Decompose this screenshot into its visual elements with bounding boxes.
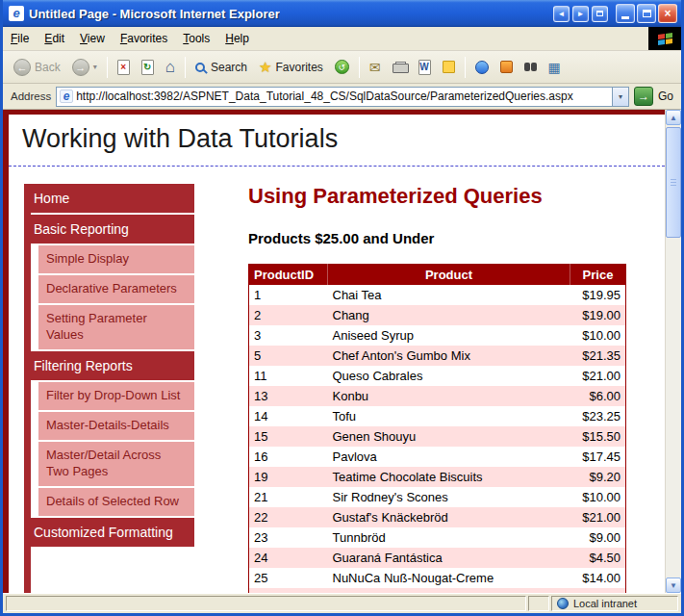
scroll-down-button[interactable]: ▼ <box>666 578 681 593</box>
scrollbar-track[interactable] <box>666 125 681 578</box>
title-extra-button[interactable] <box>592 6 608 22</box>
scroll-up-button[interactable]: ▲ <box>666 110 681 125</box>
menu-item-declarative-parameters[interactable]: Declarative Parameters <box>38 275 194 303</box>
menu-item-details-of-selected-row[interactable]: Details of Selected Row <box>38 488 194 516</box>
table-row: 22Gustaf's Knäckebröd$21.00 <box>249 507 626 527</box>
menu-item-basic-reporting[interactable]: Basic Reporting <box>24 215 194 244</box>
cell-product: Sir Rodney's Scones <box>328 487 570 507</box>
menu-favorites[interactable]: Favorites <box>113 27 175 50</box>
menu-item-customized-formatting[interactable]: Customized Formatting <box>24 518 194 547</box>
toolbar-separator <box>107 57 108 78</box>
security-zone-label: Local intranet <box>573 598 637 609</box>
messenger-icon <box>475 61 489 74</box>
main-content: Using Parameterized Queries Products $25… <box>248 184 665 593</box>
minimize-button[interactable] <box>616 4 635 23</box>
address-dropdown-button[interactable]: ▾ <box>612 88 628 106</box>
maximize-button[interactable] <box>637 4 656 23</box>
chevron-left-icon: ◄ <box>558 10 566 18</box>
cell-price: $15.50 <box>570 426 626 447</box>
search-button[interactable]: Search <box>190 58 252 77</box>
discuss-icon <box>443 61 455 73</box>
windows-flag-icon <box>658 32 672 44</box>
menu-item-master-detail-across-two-pages[interactable]: Master/Detail Across Two Pages <box>38 442 194 486</box>
edit-with-word-button[interactable]: W <box>414 57 436 78</box>
page-body: HomeBasic ReportingSimple DisplayDeclara… <box>9 167 665 593</box>
grid-header-product: Product <box>328 265 570 286</box>
favorites-button[interactable]: ★ Favorites <box>254 57 328 77</box>
messenger-button[interactable] <box>470 58 494 77</box>
go-arrow-icon: → <box>638 90 649 103</box>
table-row: 13Konbu$6.00 <box>249 386 626 406</box>
section-subtitle: Products $25.00 and Under <box>248 230 665 246</box>
menu-edit[interactable]: Edit <box>37 27 72 50</box>
status-message-panel <box>6 596 526 611</box>
menu-item-home[interactable]: Home <box>24 184 194 213</box>
address-combo: e ▾ <box>56 87 629 107</box>
cell-productid: 24 <box>249 548 328 568</box>
cell-product: Teatime Chocolate Biscuits <box>328 467 570 487</box>
discuss-button[interactable] <box>438 58 460 76</box>
grid-body: 1Chai Tea$19.952Chang$19.003Aniseed Syru… <box>249 285 626 593</box>
favorites-star-icon: ★ <box>259 60 271 74</box>
find-button[interactable] <box>519 60 542 74</box>
menu-view[interactable]: View <box>72 27 113 50</box>
mail-icon: ✉ <box>369 61 381 74</box>
cell-product: Konbu <box>328 386 570 406</box>
vertical-scrollbar[interactable]: ▲ ▼ <box>665 110 681 593</box>
titlebar[interactable]: e Untitled Page - Microsoft Internet Exp… <box>3 0 681 27</box>
address-label: Address <box>11 90 51 102</box>
menu-item-filter-by-drop-down-list[interactable]: Filter by Drop-Down List <box>38 382 194 410</box>
scroll-up-icon: ▲ <box>670 114 677 122</box>
cell-productid: 3 <box>249 325 328 346</box>
print-button[interactable] <box>388 59 412 76</box>
refresh-button[interactable]: ↻ <box>137 57 159 78</box>
menu-help[interactable]: Help <box>217 27 257 50</box>
tiles-button[interactable]: ▦ <box>544 58 566 77</box>
history-icon: ↺ <box>335 60 349 74</box>
home-button[interactable]: ⌂ <box>161 56 180 78</box>
menu-item-setting-parameter-values[interactable]: Setting Parameter Values <box>38 305 194 349</box>
page-favicon: e <box>60 90 73 103</box>
cell-product: Aniseed Syrup <box>328 325 570 346</box>
chevron-right-icon: ► <box>577 10 585 18</box>
history-button[interactable]: ↺ <box>330 57 354 77</box>
cell-productid: 23 <box>249 527 328 548</box>
cell-productid: 1 <box>249 285 328 305</box>
cell-productid: 15 <box>249 426 328 447</box>
titlebar-buttons: ◄ ► × <box>553 4 677 23</box>
intranet-globe-icon <box>557 598 569 609</box>
grid-header-row: ProductIDProductPrice <box>249 265 626 286</box>
cell-product: NuNuCa Nuß-Nougat-Creme <box>328 568 570 588</box>
back-icon: ← <box>13 59 31 76</box>
cell-product: Gustaf's Knäckebröd <box>328 507 570 527</box>
cell-product: Tofu <box>328 406 570 426</box>
menu-item-simple-display[interactable]: Simple Display <box>38 245 194 273</box>
refresh-icon: ↻ <box>141 60 154 75</box>
stop-button[interactable]: × <box>113 57 135 78</box>
cell-productid: 19 <box>249 467 328 487</box>
grid-icon: ▦ <box>548 61 561 74</box>
close-button[interactable]: × <box>658 4 677 23</box>
research-icon <box>500 61 513 73</box>
toolbar-separator <box>185 57 186 78</box>
cell-product: Tunnbröd <box>328 527 570 548</box>
menu-item-filtering-reports[interactable]: Filtering Reports <box>24 351 194 380</box>
menu-file[interactable]: File <box>3 27 37 50</box>
forward-button[interactable]: → ▾ <box>67 56 102 79</box>
mail-button[interactable]: ✉ <box>365 58 386 77</box>
word-icon: W <box>418 60 431 75</box>
scrollbar-thumb[interactable] <box>666 127 681 238</box>
back-button[interactable]: ← Back <box>9 56 65 79</box>
cell-productid: 22 <box>249 507 328 527</box>
title-nav-left-button[interactable]: ◄ <box>553 6 570 22</box>
address-input[interactable] <box>76 90 612 103</box>
research-button[interactable] <box>495 58 518 76</box>
cell-product: Guaraná Fantástica <box>328 548 570 568</box>
go-button[interactable]: → <box>634 87 653 106</box>
cell-price: $9.00 <box>570 527 626 548</box>
cell-price: $4.50 <box>570 548 626 568</box>
menu-item-master-details-details[interactable]: Master-Details-Details <box>38 412 194 440</box>
menu-tools[interactable]: Tools <box>175 27 217 50</box>
cell-product: Genen Shouyu <box>328 426 570 447</box>
title-nav-right-button[interactable]: ► <box>572 6 589 22</box>
